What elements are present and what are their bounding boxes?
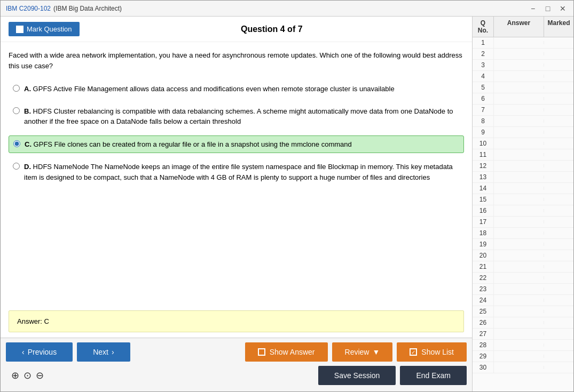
- sidebar-row[interactable]: 10: [473, 138, 573, 149]
- sidebar-qno: 5: [473, 82, 494, 93]
- sidebar-row[interactable]: 16: [473, 205, 573, 217]
- option-item-b[interactable]: B. HDFS Cluster rebalancing is compatibl…: [9, 103, 464, 130]
- sidebar-qno: 6: [473, 93, 494, 104]
- app-window: IBM C2090-102 (IBM Big Data Architect) −…: [0, 0, 574, 392]
- sidebar-marked: [544, 310, 573, 313]
- sidebar-row[interactable]: 23: [473, 284, 573, 295]
- sidebar-row[interactable]: 25: [473, 306, 573, 317]
- sidebar-row[interactable]: 17: [473, 217, 573, 228]
- sidebar-qno: 1: [473, 37, 494, 48]
- question-text: Faced with a wide area network implement…: [9, 50, 464, 71]
- option-item-a[interactable]: A. GPFS Active File Management allows da…: [9, 81, 464, 98]
- sidebar-row[interactable]: 20: [473, 250, 573, 261]
- sidebar-row[interactable]: 28: [473, 340, 573, 351]
- title-bar: IBM C2090-102 (IBM Big Data Architect) −…: [1, 1, 573, 17]
- sidebar-row[interactable]: 8: [473, 116, 573, 127]
- option-item-d[interactable]: D. HDFS NameNode The NameNode keeps an i…: [9, 158, 464, 186]
- radio-option-b[interactable]: [13, 107, 20, 114]
- option-label-c: C. GPFS File clones can be created from …: [25, 139, 352, 150]
- sidebar-row[interactable]: 9: [473, 127, 573, 138]
- question-title: Question 4 of 7: [80, 25, 464, 34]
- zoom-out-button[interactable]: ⊕: [11, 371, 19, 380]
- sidebar-marked: [544, 198, 573, 201]
- radio-option-c[interactable]: [13, 140, 20, 147]
- sidebar-qno: 18: [473, 228, 494, 238]
- save-session-button[interactable]: Save Session: [318, 366, 396, 385]
- zoom-in-button[interactable]: ⊖: [36, 371, 44, 380]
- sidebar-qno: 3: [473, 60, 494, 70]
- show-answer-button[interactable]: Show Answer: [245, 342, 328, 362]
- zoom-normal-button[interactable]: ⊙: [23, 371, 32, 380]
- sidebar-row[interactable]: 13: [473, 172, 573, 183]
- close-button[interactable]: ✕: [557, 4, 568, 13]
- sidebar-marked: [544, 164, 573, 167]
- sidebar-answer: [494, 332, 544, 335]
- sidebar-row[interactable]: 6: [473, 93, 573, 105]
- maximize-button[interactable]: □: [542, 4, 553, 13]
- sidebar-marked: [544, 131, 573, 134]
- sidebar-row[interactable]: 11: [473, 149, 573, 161]
- sidebar-row[interactable]: 22: [473, 273, 573, 284]
- sidebar-row[interactable]: 2: [473, 49, 573, 60]
- main-area: Mark Question Question 4 of 7 Faced with…: [1, 17, 573, 391]
- sidebar-marked: [544, 41, 573, 44]
- minimize-button[interactable]: −: [528, 4, 538, 13]
- sidebar-row[interactable]: 3: [473, 60, 573, 71]
- sidebar-qno: 14: [473, 183, 494, 194]
- sidebar-qno: 10: [473, 138, 494, 149]
- sidebar-row[interactable]: 14: [473, 183, 573, 194]
- sidebar-row[interactable]: 24: [473, 295, 573, 306]
- option-label-d: D. HDFS NameNode The NameNode keeps an i…: [24, 162, 460, 182]
- sidebar-marked: [544, 276, 573, 279]
- sidebar-row[interactable]: 18: [473, 228, 573, 239]
- col-answer-header: Answer: [494, 17, 544, 37]
- sidebar-row[interactable]: 19: [473, 239, 573, 250]
- sidebar-row[interactable]: 4: [473, 71, 573, 82]
- sidebar-qno: 22: [473, 273, 494, 283]
- options-list: A. GPFS Active File Management allows da…: [9, 81, 464, 186]
- sidebar-qno: 13: [473, 172, 494, 182]
- sidebar-answer: [494, 310, 544, 313]
- end-exam-button[interactable]: End Exam: [400, 366, 467, 385]
- sidebar-qno: 15: [473, 194, 494, 205]
- sidebar-list[interactable]: 1 2 3 4 5 6 7 8: [473, 37, 573, 391]
- next-button[interactable]: Next ›: [77, 342, 130, 362]
- show-answer-checkbox-icon: [258, 348, 265, 356]
- sidebar-marked: [544, 243, 573, 246]
- sidebar-qno: 7: [473, 105, 494, 115]
- next-chevron-icon: ›: [112, 348, 114, 356]
- mark-question-label: Mark Question: [27, 25, 72, 33]
- sidebar-answer: [494, 175, 544, 179]
- sidebar-row[interactable]: 27: [473, 329, 573, 340]
- sidebar-answer: [494, 209, 544, 212]
- sidebar-qno: 2: [473, 49, 494, 59]
- bottom-bar: ‹ Previous Next › Show Answer Review ▼: [1, 338, 472, 391]
- option-item-c[interactable]: C. GPFS File clones can be created from …: [9, 135, 464, 154]
- review-button[interactable]: Review ▼: [332, 342, 393, 362]
- radio-option-a[interactable]: [13, 85, 20, 92]
- content-area: Mark Question Question 4 of 7 Faced with…: [1, 17, 472, 391]
- sidebar-row[interactable]: 1: [473, 37, 573, 49]
- sidebar-row[interactable]: 21: [473, 261, 573, 273]
- sidebar-row[interactable]: 7: [473, 105, 573, 116]
- show-list-button[interactable]: Show List: [397, 342, 467, 362]
- title-link[interactable]: IBM C2090-102: [6, 5, 51, 12]
- sidebar-answer: [494, 75, 544, 78]
- sidebar-row[interactable]: 26: [473, 317, 573, 329]
- bottom-row2: ⊕ ⊙ ⊖ Save Session End Exam: [1, 366, 472, 391]
- mark-question-button[interactable]: Mark Question: [9, 22, 80, 36]
- sidebar-marked: [544, 366, 573, 369]
- option-label-b: B. HDFS Cluster rebalancing is compatibl…: [24, 106, 460, 127]
- show-list-checkbox-icon: [410, 348, 417, 356]
- sidebar-row[interactable]: 30: [473, 362, 573, 373]
- sidebar-row[interactable]: 29: [473, 351, 573, 362]
- sidebar-row[interactable]: 15: [473, 194, 573, 205]
- sidebar-marked: [544, 321, 573, 324]
- radio-option-d[interactable]: [13, 163, 20, 170]
- sidebar-row[interactable]: 5: [473, 82, 573, 93]
- title-text: (IBM Big Data Architect): [53, 5, 122, 12]
- sidebar-marked: [544, 187, 573, 190]
- sidebar-row[interactable]: 12: [473, 161, 573, 172]
- review-chevron-icon: ▼: [372, 348, 380, 356]
- previous-button[interactable]: ‹ Previous: [6, 342, 73, 362]
